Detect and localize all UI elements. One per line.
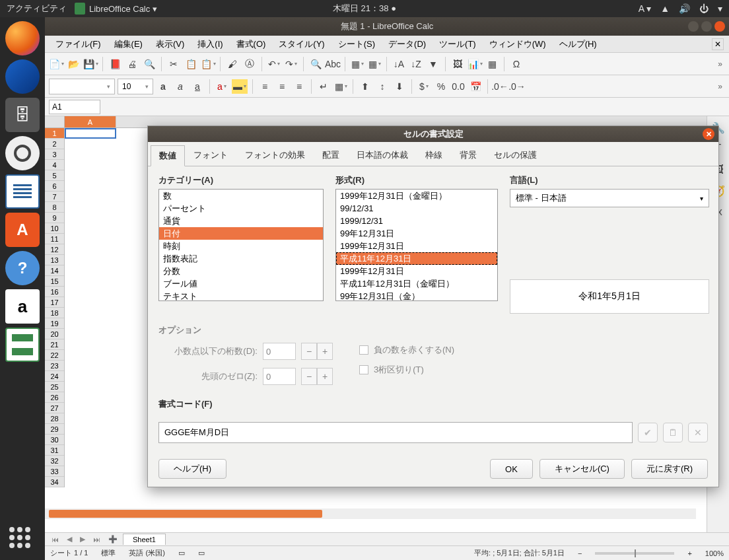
- menu-help[interactable]: ヘルプ(H): [554, 36, 602, 52]
- power-icon[interactable]: ⏻: [699, 3, 709, 14]
- menu-format[interactable]: 書式(O): [231, 36, 271, 52]
- tab-numbers[interactable]: 数値: [151, 145, 185, 166]
- status-selection-mode[interactable]: ▭: [198, 549, 205, 557]
- row-header[interactable]: 30: [45, 435, 64, 445]
- reset-button[interactable]: 元に戻す(R): [631, 459, 708, 479]
- sort-asc-button[interactable]: ↓A: [392, 57, 406, 71]
- menu-edit[interactable]: 編集(E): [109, 36, 148, 52]
- tab-prev[interactable]: ◀: [64, 535, 75, 543]
- category-item[interactable]: 指数表記: [159, 252, 323, 265]
- name-box[interactable]: A1: [49, 100, 100, 114]
- valign-top-button[interactable]: ⬆: [358, 79, 372, 94]
- dock-thunderbird[interactable]: [5, 59, 40, 94]
- negative-red-checkbox[interactable]: [359, 345, 368, 355]
- code-apply-button[interactable]: ✔: [638, 423, 658, 442]
- tab-background[interactable]: 背景: [451, 145, 485, 166]
- system-menu-chevron[interactable]: ▾: [718, 3, 722, 14]
- toolbar-overflow[interactable]: »: [715, 59, 725, 69]
- format-listbox[interactable]: 1999年12月31日（金曜日）99/12/311999/12/3199年12月…: [335, 189, 498, 301]
- row-header[interactable]: 26: [45, 392, 64, 403]
- save-button[interactable]: 💾: [83, 57, 98, 71]
- zoom-in[interactable]: +: [687, 549, 691, 557]
- redo-button[interactable]: ↷: [284, 57, 298, 71]
- row-header[interactable]: 9: [45, 213, 64, 223]
- status-insert-mode[interactable]: ▭: [178, 549, 185, 557]
- category-item[interactable]: テキスト: [159, 290, 323, 301]
- row-header[interactable]: 22: [45, 350, 64, 361]
- export-pdf-button[interactable]: 📕: [108, 57, 122, 71]
- paste-button[interactable]: 📋: [201, 57, 215, 71]
- tab-add[interactable]: ➕: [106, 535, 120, 543]
- network-icon[interactable]: ▲: [660, 3, 670, 14]
- leading-zeros-spinner[interactable]: 0: [263, 368, 296, 385]
- category-item[interactable]: 数: [159, 190, 323, 202]
- bold-button[interactable]: a: [156, 79, 170, 94]
- row-button[interactable]: ▦: [350, 57, 364, 71]
- category-item[interactable]: パーセント: [159, 202, 323, 215]
- undo-button[interactable]: ↶: [267, 57, 281, 71]
- row-header[interactable]: 24: [45, 371, 64, 382]
- category-item[interactable]: 分数: [159, 265, 323, 277]
- copy-button[interactable]: 📋: [184, 57, 198, 71]
- menu-insert[interactable]: 挿入(I): [192, 36, 228, 52]
- format-item[interactable]: 平成11年12月31日（金曜日）: [336, 277, 497, 290]
- zoom-value[interactable]: 100%: [705, 549, 724, 557]
- decimals-plus[interactable]: +: [317, 343, 333, 360]
- menu-style[interactable]: スタイル(Y): [273, 36, 330, 52]
- dock-software[interactable]: [5, 213, 40, 247]
- sheet-tab-1[interactable]: Sheet1: [123, 534, 166, 545]
- row-header[interactable]: 19: [45, 318, 64, 329]
- tab-font[interactable]: フォント: [185, 145, 236, 166]
- add-decimal-button[interactable]: .0←: [493, 79, 507, 94]
- row-header[interactable]: 1: [45, 128, 64, 139]
- row-header[interactable]: 6: [45, 181, 64, 192]
- remove-decimal-button[interactable]: .0→: [510, 79, 524, 94]
- menu-file[interactable]: ファイル(F): [50, 36, 106, 52]
- dock-writer[interactable]: [5, 174, 40, 209]
- menu-data[interactable]: データ(D): [383, 36, 431, 52]
- row-header[interactable]: 14: [45, 265, 64, 276]
- autofilter-button[interactable]: ▼: [426, 57, 440, 71]
- row-header[interactable]: 27: [45, 403, 64, 413]
- format-item[interactable]: 1999/12/31: [336, 215, 497, 227]
- row-header[interactable]: 15: [45, 276, 64, 287]
- language-combo[interactable]: 標準 - 日本語 ▾: [510, 189, 709, 207]
- select-all-corner[interactable]: [45, 116, 65, 128]
- spellcheck-button[interactable]: Abc: [326, 57, 340, 71]
- underline-button[interactable]: a: [190, 79, 205, 94]
- font-color-button[interactable]: a: [215, 79, 229, 94]
- merge-button[interactable]: ▦: [333, 79, 348, 94]
- clock[interactable]: 木曜日 21：38 ●: [333, 3, 396, 15]
- clear-format-button[interactable]: Ⓐ: [242, 57, 257, 71]
- document-close-button[interactable]: ✕: [712, 38, 724, 50]
- row-header[interactable]: 8: [45, 202, 64, 213]
- dock-amazon[interactable]: a: [5, 289, 40, 324]
- activities-button[interactable]: アクティビティ: [7, 3, 67, 15]
- category-item[interactable]: 通貨: [159, 215, 323, 227]
- align-center-button[interactable]: ≡: [275, 79, 289, 94]
- pivot-button[interactable]: ▦: [485, 57, 499, 71]
- cut-button[interactable]: ✂: [166, 57, 181, 71]
- dock-show-apps[interactable]: [9, 527, 36, 553]
- row-header[interactable]: 31: [45, 445, 64, 456]
- zoom-out[interactable]: −: [578, 549, 582, 557]
- row-header[interactable]: 16: [45, 287, 64, 297]
- format-code-input[interactable]: GGGE年M月D日: [158, 422, 633, 443]
- row-header[interactable]: 20: [45, 329, 64, 339]
- align-left-button[interactable]: ≡: [258, 79, 272, 94]
- number-button[interactable]: 0.0: [451, 79, 466, 94]
- leading-zeros-minus[interactable]: −: [301, 368, 317, 385]
- dock-files[interactable]: 🗄: [5, 98, 40, 132]
- volume-icon[interactable]: 🔊: [679, 3, 690, 14]
- format-item[interactable]: 99年12月31日（金）: [336, 290, 497, 301]
- currency-button[interactable]: $: [417, 79, 431, 94]
- align-right-button[interactable]: ≡: [292, 79, 306, 94]
- tab-borders[interactable]: 枠線: [417, 145, 451, 166]
- valign-mid-button[interactable]: ↕: [375, 79, 390, 94]
- window-minimize[interactable]: [688, 21, 699, 32]
- row-header[interactable]: 34: [45, 477, 64, 487]
- column-button[interactable]: ▦: [367, 57, 382, 71]
- format-item[interactable]: 1999年12月31日（金曜日）: [336, 190, 497, 202]
- category-item[interactable]: 日付: [159, 227, 323, 240]
- format-item[interactable]: 99/12/31: [336, 202, 497, 215]
